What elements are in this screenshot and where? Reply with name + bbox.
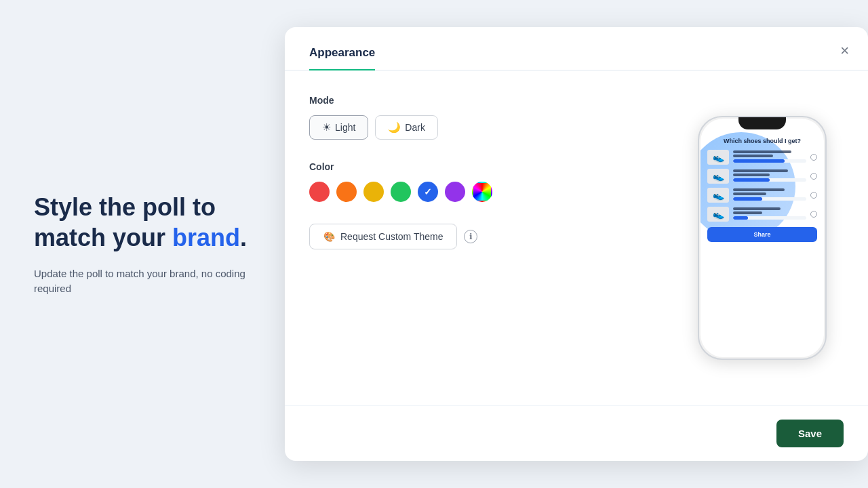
headline: Style the poll to match your brand. [34,192,251,253]
swatch-purple[interactable] [445,182,465,202]
poll-radio-3 [810,192,817,199]
headline-brand: brand [172,224,240,251]
modal-header: Appearance × [285,27,868,70]
color-label: Color [309,161,654,172]
save-button[interactable]: Save [776,420,844,447]
tab-appearance[interactable]: Appearance [309,46,375,70]
settings-panel: Mode ☀ Light 🌙 Dark Color [309,95,654,381]
mode-light-button[interactable]: ☀ Light [309,115,368,140]
custom-theme-row: 🎨 Request Custom Theme ℹ [309,224,654,249]
poll-radio-1 [810,154,817,161]
shoe-image-3: 👟 [707,188,729,203]
swatch-red[interactable] [309,182,330,202]
palette-emoji: 🎨 [323,231,335,242]
modal-body: Mode ☀ Light 🌙 Dark Color [285,70,868,405]
poll-item: 👟 [707,207,817,222]
poll-radio-2 [810,173,817,180]
mode-buttons: ☀ Light 🌙 Dark [309,115,654,140]
poll-item-content-2 [733,169,806,184]
modal: Appearance × Mode ☀ Light 🌙 Dark [285,27,868,461]
swatch-multicolor[interactable] [472,182,492,202]
poll-item: 👟 [707,188,817,203]
poll-item: 👟 [707,169,817,184]
phone-content: Which shoes should I get? 👟 [701,119,824,249]
custom-theme-label: Request Custom Theme [340,231,443,242]
mode-label: Mode [309,95,654,106]
poll-item-content-3 [733,188,806,203]
headline-line2: match your brand. [34,224,247,251]
sun-icon: ☀ [322,121,331,134]
shoe-image-4: 👟 [707,207,729,222]
subtext: Update the poll to match your brand, no … [34,266,251,297]
color-section: Color [309,161,654,202]
phone-outer: Which shoes should I get? 👟 [698,116,827,360]
poll-title: Which shoes should I get? [707,138,817,144]
mode-section: Mode ☀ Light 🌙 Dark [309,95,654,140]
swatch-green[interactable] [391,182,411,202]
poll-item-content-4 [733,207,806,222]
headline-line1: Style the poll to [34,193,216,221]
phone-screen: Which shoes should I get? 👟 [701,119,824,357]
swatch-orange[interactable] [336,182,357,202]
poll-radio-4 [810,211,817,218]
swatch-yellow[interactable] [363,182,384,202]
info-icon[interactable]: ℹ [464,230,477,243]
custom-theme-button[interactable]: 🎨 Request Custom Theme [309,224,457,249]
share-button[interactable]: Share [707,227,817,242]
poll-item-content-1 [733,150,806,165]
shoe-image-2: 👟 [707,169,729,184]
close-button[interactable]: × [837,41,852,61]
mode-dark-button[interactable]: 🌙 Dark [375,115,438,140]
color-swatches [309,182,654,202]
phone-notch [738,117,786,129]
poll-item: 👟 [707,150,817,165]
mode-dark-label: Dark [405,122,425,133]
poll-items: 👟 👟 [707,150,817,222]
moon-icon: 🌙 [388,121,401,134]
swatch-blue[interactable] [418,182,438,202]
mode-light-label: Light [335,122,355,133]
phone-mockup: Which shoes should I get? 👟 [681,95,844,381]
modal-footer: Save [285,405,868,461]
left-panel: Style the poll to match your brand. Upda… [0,151,285,338]
shoe-image-1: 👟 [707,150,729,165]
